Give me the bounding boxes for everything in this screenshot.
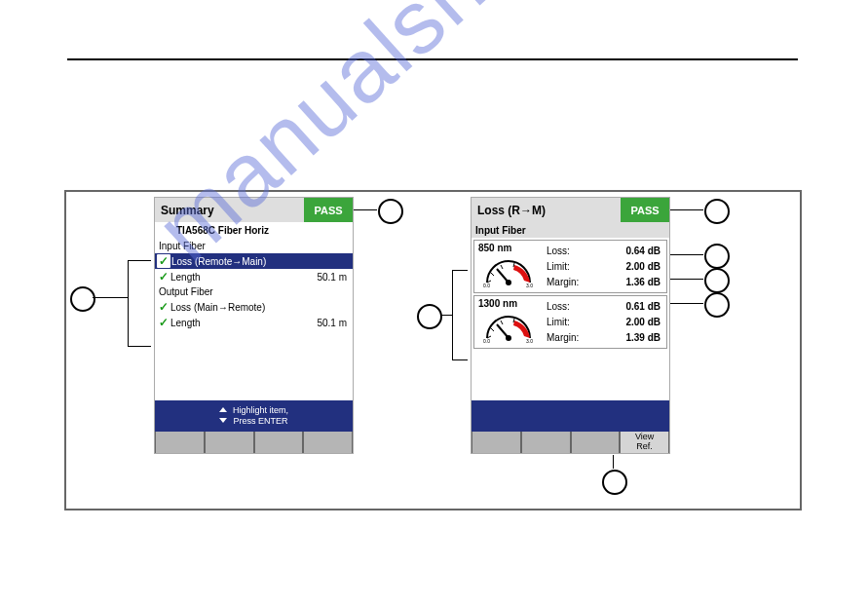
- check-icon: ✓: [157, 254, 170, 268]
- loss-title: Loss (R→M): [472, 198, 621, 222]
- wavelength-label: 850 nm: [478, 243, 511, 253]
- check-icon: ✓: [157, 316, 170, 329]
- input-fiber-label: Input Fiber: [155, 239, 353, 253]
- callout-circle: [378, 199, 403, 224]
- row-value: 50.1 m: [317, 318, 353, 328]
- callout-circle: [704, 268, 730, 293]
- output-fiber-label: Output Fiber: [155, 284, 353, 299]
- test-standard: TIA568C Fiber Horiz: [155, 222, 353, 239]
- spacer-bar: [472, 400, 669, 432]
- loss-value: 0.61 dB: [625, 301, 666, 312]
- summary-panel: Summary PASS TIA568C Fiber Horiz Input F…: [154, 197, 354, 454]
- check-icon: ✓: [157, 300, 170, 314]
- row-length-2[interactable]: ✓ Length 50.1 m: [155, 315, 353, 330]
- margin-value: 1.39 dB: [625, 332, 666, 343]
- softkey-view-ref[interactable]: View Ref.: [620, 432, 669, 453]
- svg-point-15: [506, 335, 511, 341]
- svg-line-12: [501, 321, 503, 324]
- check-icon: ✓: [157, 270, 170, 284]
- callout-circle: [704, 199, 730, 224]
- hint-line-1: Highlight item,: [233, 405, 288, 415]
- limit-value: 2.00 dB: [625, 317, 666, 327]
- softkey-bar: [155, 432, 353, 453]
- svg-line-11: [491, 328, 494, 331]
- svg-text:3.0: 3.0: [526, 283, 533, 288]
- summary-title: Summary: [155, 198, 304, 222]
- input-fiber-head: Input Fiber: [472, 222, 669, 238]
- margin-label: Margin:: [543, 277, 625, 287]
- callout-circle: [704, 292, 730, 318]
- limit-value: 2.00 dB: [625, 261, 666, 272]
- row-label: Loss (Main→Remote): [170, 302, 353, 313]
- softkey-1[interactable]: [472, 432, 521, 453]
- softkey-bar: View Ref.: [472, 432, 669, 453]
- softkey-2[interactable]: [521, 432, 571, 453]
- hint-bar: Highlight item, Press ENTER: [155, 400, 353, 432]
- pass-badge: PASS: [304, 198, 353, 222]
- loss-detail-panel: Loss (R→M) PASS Input Fiber 850 nm: [471, 197, 670, 454]
- callout-circle: [704, 244, 730, 269]
- gauge-icon: 0.0 3.0: [479, 309, 538, 344]
- margin-value: 1.36 dB: [625, 277, 666, 287]
- limit-label: Limit:: [543, 261, 625, 272]
- svg-point-7: [506, 280, 511, 285]
- row-loss-remote-main[interactable]: ✓ Loss (Remote→Main): [155, 253, 353, 269]
- callout-circle: [602, 470, 627, 495]
- row-length-1[interactable]: ✓ Length 50.1 m: [155, 269, 353, 284]
- svg-line-3: [491, 273, 494, 276]
- softkey-3[interactable]: [571, 432, 621, 453]
- row-label: Length: [170, 318, 317, 328]
- callout-circle: [417, 304, 442, 329]
- svg-marker-1: [219, 418, 227, 423]
- softkey-4[interactable]: [303, 432, 353, 453]
- softkey-1[interactable]: [155, 432, 205, 453]
- softkey-3[interactable]: [254, 432, 304, 453]
- svg-text:3.0: 3.0: [526, 338, 533, 344]
- row-loss-main-remote[interactable]: ✓ Loss (Main→Remote): [155, 299, 353, 315]
- row-label: Length: [170, 272, 317, 283]
- gauge-icon: 0.0 3.0: [479, 253, 538, 288]
- pass-badge: PASS: [621, 198, 669, 222]
- limit-label: Limit:: [543, 317, 625, 327]
- loss-label: Loss:: [543, 246, 625, 256]
- margin-label: Margin:: [543, 332, 625, 343]
- hint-line-2: Press ENTER: [233, 416, 287, 426]
- svg-marker-0: [219, 407, 227, 412]
- loss-label: Loss:: [543, 301, 625, 312]
- updown-icon: [219, 407, 227, 426]
- row-value: 50.1 m: [317, 272, 353, 283]
- gauge-1300: 1300 nm 0.0 3.0 Loss:0: [473, 295, 667, 349]
- gauge-850: 850 nm 0.0 3.0 Loss:0.: [473, 240, 667, 293]
- softkey-2[interactable]: [205, 432, 254, 453]
- loss-value: 0.64 dB: [625, 246, 666, 256]
- callout-circle: [70, 286, 95, 312]
- svg-line-4: [501, 265, 503, 269]
- svg-text:0.0: 0.0: [483, 338, 490, 344]
- svg-text:0.0: 0.0: [483, 283, 490, 288]
- row-label: Loss (Remote→Main): [171, 256, 353, 267]
- figure-container: Summary PASS TIA568C Fiber Horiz Input F…: [64, 190, 802, 510]
- wavelength-label: 1300 nm: [478, 298, 517, 309]
